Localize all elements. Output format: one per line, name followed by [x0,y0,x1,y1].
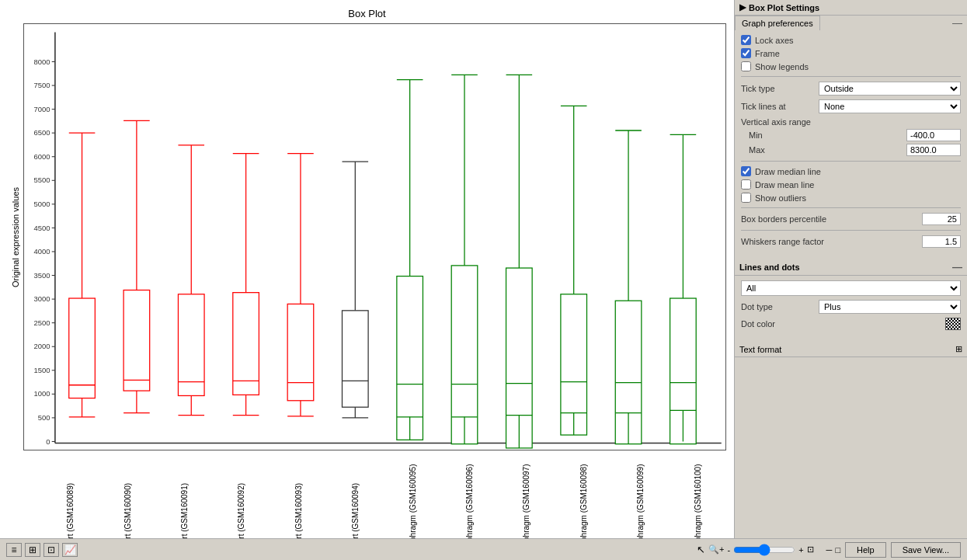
lines-and-dots-header: Lines and dots — [735,259,967,276]
max-label: Max [749,145,772,155]
tick-lines-label: Tick lines at [741,102,819,111]
lock-axes-label[interactable]: Lock axes [755,36,794,45]
tick-type-select[interactable]: Outside Inside Both None [819,82,961,96]
svg-text:2000: 2000 [34,342,50,350]
collapse-panel-btn[interactable]: — [948,16,967,30]
window-controls: ─ □ [826,545,840,555]
x-label-2: Heart (GSM160091) [180,452,189,538]
svg-text:4500: 4500 [34,224,50,232]
zoom-controls: ↖ 🔍+ - + ⊡ [697,544,814,556]
show-legends-checkbox[interactable] [741,61,751,71]
svg-rect-50 [178,294,204,396]
show-outliers-row: Show outliers [741,193,961,203]
x-label-3: Heart (GSM160092) [237,452,245,538]
box-borders-percentile-label: Box borders percentile [741,214,922,224]
zoom-minus-icon[interactable]: - [727,545,730,555]
show-legends-row: Show legends [741,61,961,71]
save-view-button[interactable]: Save View... [891,542,961,558]
dot-color-label: Dot color [741,319,819,329]
dot-color-swatch[interactable] [945,318,961,330]
lock-axes-checkbox[interactable] [741,35,751,45]
lines-dots-collapse-btn[interactable]: — [952,261,962,273]
text-format-label: Text format [739,345,955,354]
svg-text:6500: 6500 [34,128,50,137]
help-button[interactable]: Help [845,542,886,558]
dot-type-label: Dot type [741,302,819,311]
toolbar-icon-4[interactable]: 📈 [62,543,78,557]
draw-mean-line-label[interactable]: Draw mean line [755,180,814,190]
vertical-axis-section: Vertical axis range Min Max [741,117,961,156]
show-outliers-label[interactable]: Show outliers [755,193,806,203]
draw-median-line-label[interactable]: Draw median line [755,167,821,176]
whiskers-range-factor-input[interactable] [922,235,961,248]
min-input[interactable] [906,129,961,141]
min-row: Min [741,129,961,141]
svg-text:5000: 5000 [34,200,50,208]
box-plot-settings-header: ▶ Box Plot Settings [735,0,967,16]
toolbar-left: ≡ ⊞ ⊡ 📈 [6,543,78,557]
cursor-icon: ↖ [697,544,705,555]
tick-lines-field: Tick lines at None Major Minor Both [741,99,961,113]
x-label-7: Diaphragm (GSM160096) [465,452,474,538]
x-label-10: Diaphragm (GSM160099) [636,452,645,538]
x-label-6: Diaphragm (GSM160095) [409,452,417,538]
right-panel: ▶ Box Plot Settings Graph preferences — … [734,0,967,538]
toolbar-icon-3[interactable]: ⊡ [43,543,59,557]
draw-median-line-row: Draw median line [741,166,961,176]
box-plot-settings-label: Box Plot Settings [749,3,819,12]
svg-rect-56 [233,293,259,395]
zoom-in-icon[interactable]: 🔍+ [708,544,724,555]
tick-type-field: Tick type Outside Inside Both None [741,82,961,96]
draw-mean-line-row: Draw mean line [741,179,961,190]
svg-text:4000: 4000 [34,247,50,256]
dot-color-field: Dot color [741,318,961,330]
show-legends-label[interactable]: Show legends [755,62,809,71]
whiskers-range-factor-label: Whiskers range factor [741,237,922,246]
svg-text:6000: 6000 [34,152,50,161]
svg-text:0: 0 [46,437,50,446]
svg-rect-74 [397,277,423,440]
x-label-9: Diaphragm (GSM160098) [579,452,588,538]
lines-dots-content: All Selected Dot type Plus Circle Square… [735,276,967,339]
frame-checkbox[interactable] [741,48,751,58]
zoom-plus-icon[interactable]: + [798,545,803,555]
show-outliers-checkbox[interactable] [741,193,751,203]
toolbar-icon-1[interactable]: ≡ [6,543,22,557]
box-plot-svg: 0 500 1000 1500 2000 2500 3000 3500 4000… [24,24,725,450]
tick-type-label: Tick type [741,84,819,93]
dot-type-field: Dot type Plus Circle Square Diamond [741,300,961,314]
svg-text:1000: 1000 [34,389,50,398]
restore-icon[interactable]: □ [835,545,840,555]
tick-lines-select[interactable]: None Major Minor Both [819,99,961,113]
svg-text:5500: 5500 [34,176,50,184]
x-label-1: Heart (GSM160090) [123,452,132,538]
draw-median-line-checkbox[interactable] [741,166,751,176]
text-format-expand-btn[interactable]: ⊞ [955,344,962,354]
svg-rect-62 [287,304,314,400]
svg-text:8000: 8000 [34,57,50,66]
x-label-8: Diaphragm (GSM160097) [522,452,530,538]
fit-icon[interactable]: ⊡ [807,544,814,555]
minimize-icon[interactable]: ─ [826,545,833,555]
zoom-slider[interactable] [733,544,795,556]
svg-rect-44 [123,290,150,391]
svg-text:3500: 3500 [34,271,50,280]
chart-title: Box Plot [348,8,385,19]
x-label-4: Heart (GSM160093) [294,452,303,538]
min-label: Min [749,130,772,140]
box-borders-percentile-input[interactable] [922,213,961,225]
box-borders-percentile-row: Box borders percentile [741,213,961,225]
svg-text:2500: 2500 [34,318,50,327]
frame-label[interactable]: Frame [755,49,780,58]
max-input[interactable] [906,144,961,156]
toolbar-icon-2[interactable]: ⊞ [25,543,40,557]
svg-rect-38 [69,298,96,398]
svg-text:7500: 7500 [34,81,50,89]
graph-preferences-tab[interactable]: Graph preferences [735,16,820,30]
text-format-header: Text format ⊞ [735,342,967,357]
bottom-buttons: Help Save View... [845,542,961,558]
dot-type-select[interactable]: Plus Circle Square Diamond [819,300,961,314]
draw-mean-line-checkbox[interactable] [741,179,751,190]
x-label-5: Heart (GSM160094) [351,452,360,538]
lines-dots-select[interactable]: All Selected [741,280,961,296]
